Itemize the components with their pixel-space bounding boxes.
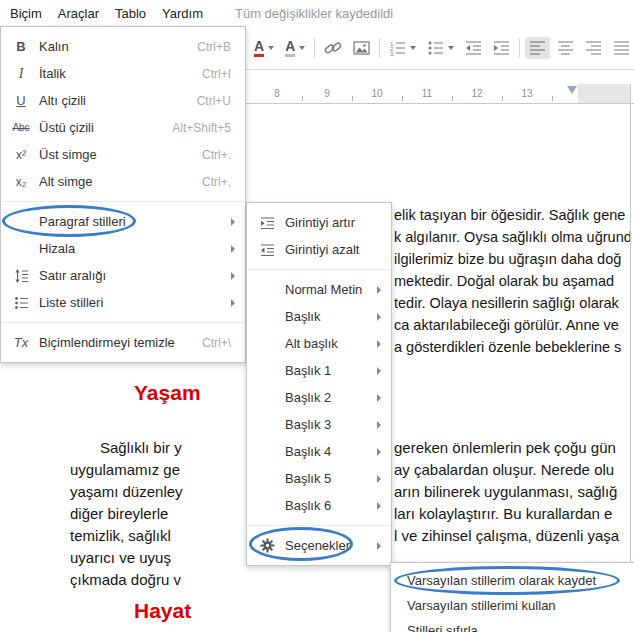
align-left-button[interactable]	[525, 37, 550, 59]
menu-item-label: Seçenekler	[285, 538, 377, 553]
menu-item-shortcut: Alt+Shift+5	[172, 121, 231, 135]
right-indent-marker[interactable]	[567, 86, 577, 94]
menu-item-ust-simge[interactable]: x² Üst simge Ctrl+.	[1, 141, 245, 168]
insert-link-button[interactable]	[320, 37, 346, 59]
menu-item-label: Normal Metin	[285, 282, 377, 297]
menu-item-ustu-cizili[interactable]: Abc Üstü çizili Alt+Shift+5	[1, 114, 245, 141]
strikethrough-icon: Abc	[9, 122, 33, 133]
scrollbar-track[interactable]	[630, 84, 631, 632]
document-text-line: yaşamı düzenley	[70, 481, 247, 503]
align-center-button[interactable]	[553, 37, 578, 59]
menu-item-label: Başlık 3	[285, 417, 377, 432]
align-right-button[interactable]	[581, 37, 606, 59]
text-color-button[interactable]: A	[250, 36, 278, 60]
menu-item-paragraf-stilleri[interactable]: Paragraf stilleri	[1, 208, 245, 235]
document-text-line: l ve zihinsel çalışma, düzenli yaşa	[394, 525, 634, 547]
menu-item-baslik-4[interactable]: Başlık 4	[247, 438, 391, 465]
highlight-color-button[interactable]: A	[281, 36, 309, 60]
menu-item-label: Stilleri sıfırla	[407, 623, 634, 632]
superscript-icon: x²	[9, 148, 33, 162]
decrease-indent-icon	[465, 40, 482, 56]
document-heading-hayat: Hayat	[134, 599, 191, 623]
menu-item-label: Varsayılan stillerim olarak kaydet	[407, 573, 634, 588]
document-text-line: çıkmada doğru v	[70, 569, 247, 591]
menu-item-shortcut: Ctrl+\	[202, 336, 231, 350]
toolbar-separator	[519, 38, 520, 58]
menu-item-varsayilan-kullan[interactable]: Varsayılan stillerimi kullan	[391, 593, 634, 618]
menu-item-baslik-2[interactable]: Başlık 2	[247, 384, 391, 411]
menu-item-label: Başlık	[285, 309, 377, 324]
menu-separator	[248, 269, 390, 270]
align-center-icon	[557, 40, 574, 56]
align-right-icon	[585, 40, 602, 56]
menu-separator	[248, 525, 390, 526]
chevron-down-icon	[268, 46, 274, 50]
menu-item-label: Başlık 1	[285, 363, 377, 378]
menu-item-normal-metin[interactable]: Normal Metin	[247, 276, 391, 303]
line-spacing-icon	[9, 269, 33, 283]
submenu-arrow-icon	[231, 218, 235, 226]
justify-icon	[613, 40, 630, 56]
menu-item-label: Paragraf stilleri	[39, 214, 231, 229]
align-left-icon	[529, 40, 546, 56]
submenu-arrow-icon	[377, 394, 381, 402]
menu-item-label: Başlık 4	[285, 444, 377, 459]
menu-yardim[interactable]: Yardım	[154, 6, 211, 21]
menu-item-baslik-5[interactable]: Başlık 5	[247, 465, 391, 492]
menu-item-italik[interactable]: I İtalik Ctrl+I	[1, 60, 245, 87]
menu-item-girintiyi-artir[interactable]: Girintiyi artır	[247, 209, 391, 236]
menu-item-alti-cizili[interactable]: U Altı çizili Ctrl+U	[1, 87, 245, 114]
menu-item-baslik-6[interactable]: Başlık 6	[247, 492, 391, 519]
menu-item-baslik-1[interactable]: Başlık 1	[247, 357, 391, 384]
document-text-line: elik taşıyan bir öğesidir. Sağlık gene	[394, 204, 634, 226]
menu-item-baslik-3[interactable]: Başlık 3	[247, 411, 391, 438]
menu-item-girintiyi-azalt[interactable]: Girintiyi azalt	[247, 236, 391, 263]
menu-item-kalin[interactable]: B Kalın Ctrl+B	[1, 33, 245, 60]
menu-item-liste-stilleri[interactable]: Liste stilleri	[1, 289, 245, 316]
menu-araclar[interactable]: Araçlar	[50, 6, 107, 21]
menu-tablo[interactable]: Tablo	[107, 6, 154, 21]
menu-item-alt-simge[interactable]: x₂ Alt simge Ctrl+,	[1, 168, 245, 195]
menu-item-label: Liste stilleri	[39, 295, 231, 310]
text-color-icon: A	[254, 39, 264, 57]
menu-item-shortcut: Ctrl+.	[202, 148, 231, 162]
menu-item-label: Üstü çizili	[39, 120, 172, 135]
decrease-indent-button[interactable]	[461, 37, 486, 59]
menu-item-secenekler[interactable]: Seçenekler	[247, 532, 391, 559]
menu-item-hizala[interactable]: Hizala	[1, 235, 245, 262]
menu-item-label: Girintiyi artır	[285, 215, 391, 230]
document-text-line: mektedir. Doğal olarak bu aşamad	[394, 270, 634, 292]
increase-indent-button[interactable]	[489, 37, 514, 59]
menu-item-label: Altı çizili	[39, 93, 197, 108]
submenu-arrow-icon	[377, 367, 381, 375]
menu-item-label: Hizala	[39, 241, 231, 256]
menu-item-alt-baslik[interactable]: Alt başlık	[247, 330, 391, 357]
menu-item-label: Kalın	[39, 39, 197, 54]
menu-item-label: Başlık 6	[285, 498, 377, 513]
submenu-arrow-icon	[231, 272, 235, 280]
insert-image-button[interactable]	[349, 37, 374, 59]
menu-item-shortcut: Ctrl+U	[197, 94, 231, 108]
menu-item-label: Girintiyi azalt	[285, 242, 391, 257]
document-text-line: uyarıcı ve uyuş	[70, 547, 247, 569]
menu-item-label: Alt simge	[39, 174, 202, 189]
menu-item-baslik[interactable]: Başlık	[247, 303, 391, 330]
chevron-down-icon	[299, 46, 305, 50]
menu-item-bicimlendirmeyi-temizle[interactable]: Tx Biçimlendirmeyi temizle Ctrl+\	[1, 329, 245, 356]
bulleted-list-button[interactable]	[423, 37, 458, 59]
menu-item-varsayilan-kaydet[interactable]: Varsayılan stillerim olarak kaydet	[391, 568, 634, 593]
justify-button[interactable]	[609, 37, 634, 59]
menu-separator	[2, 322, 244, 323]
document-text-line: gereken önlemlerin pek çoğu gün	[394, 437, 634, 459]
menu-item-label: Biçimlendirmeyi temizle	[39, 335, 202, 350]
underline-icon: U	[9, 93, 33, 108]
numbered-list-button[interactable]: 123	[385, 37, 420, 59]
menu-item-label: Başlık 5	[285, 471, 377, 486]
menu-item-stilleri-sifirla[interactable]: Stilleri sıfırla	[391, 618, 634, 632]
list-styles-icon	[9, 296, 33, 310]
menu-bicim[interactable]: Biçim	[2, 6, 50, 21]
menu-item-satir-araligi[interactable]: Satır aralığı	[1, 262, 245, 289]
toolbar-separator	[314, 38, 315, 58]
document-text-line: ca aktarılabileceği görülür. Anne ve	[394, 314, 634, 336]
increase-indent-icon	[255, 216, 279, 230]
